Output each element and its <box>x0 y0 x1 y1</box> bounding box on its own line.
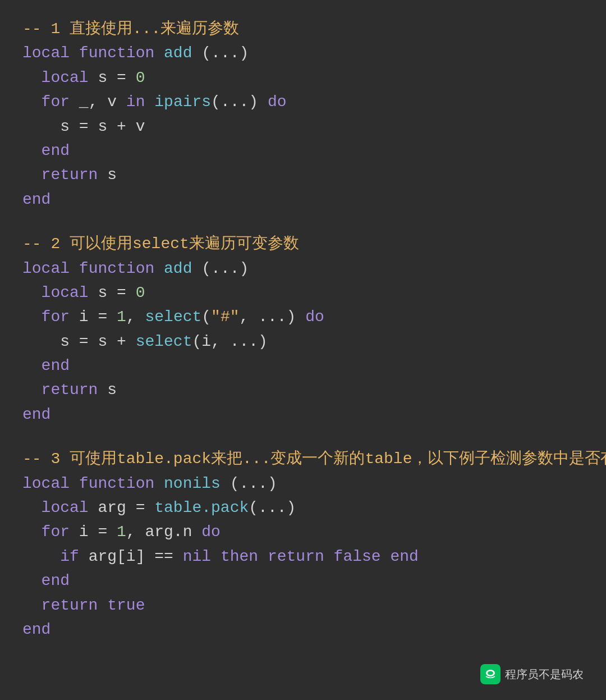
svg-point-1 <box>488 671 493 675</box>
line-3-6: return true <box>22 593 584 617</box>
line-1-5: end <box>22 139 584 163</box>
line-3-4: if arg[i] == nil then return false end <box>22 545 584 569</box>
line-2-3: for i = 1, select("#", ...) do <box>22 305 584 329</box>
line-1-3: for _, v in ipairs(...) do <box>22 90 584 114</box>
line-1-1: local function add (...) <box>22 41 584 65</box>
line-1-7: end <box>22 187 584 212</box>
line-2-1: local function add (...) <box>22 257 584 281</box>
comment-3: -- 3 可使用table.pack来把...变成一个新的table，以下例子检… <box>22 447 584 471</box>
line-2-6: return s <box>22 378 584 402</box>
code-container: -- 1 直接使用...来遍历参数 local function add (..… <box>22 17 584 642</box>
line-2-2: local s = 0 <box>22 281 584 305</box>
line-2-5: end <box>22 354 584 378</box>
line-3-2: local arg = table.pack(...) <box>22 496 584 520</box>
line-1-6: return s <box>22 163 584 187</box>
comment-2: -- 2 可以使用select来遍历可变参数 <box>22 232 584 256</box>
section-1: -- 1 直接使用...来遍历参数 local function add (..… <box>22 17 584 212</box>
watermark-text: 程序员不是码农 <box>505 666 584 683</box>
line-3-5: end <box>22 569 584 593</box>
watermark-icon <box>480 664 501 684</box>
line-2-7: end <box>22 402 584 427</box>
section-3: -- 3 可使用table.pack来把...变成一个新的table，以下例子检… <box>22 447 584 642</box>
watermark: 程序员不是码农 <box>480 664 584 684</box>
line-1-4: s = s + v <box>22 115 584 139</box>
line-3-7: end <box>22 617 584 642</box>
comment-1: -- 1 直接使用...来遍历参数 <box>22 17 584 41</box>
section-2: -- 2 可以使用select来遍历可变参数 local function ad… <box>22 232 584 427</box>
line-2-4: s = s + select(i, ...) <box>22 330 584 354</box>
line-3-1: local function nonils (...) <box>22 472 584 496</box>
line-3-3: for i = 1, arg.n do <box>22 520 584 544</box>
line-1-2: local s = 0 <box>22 66 584 90</box>
